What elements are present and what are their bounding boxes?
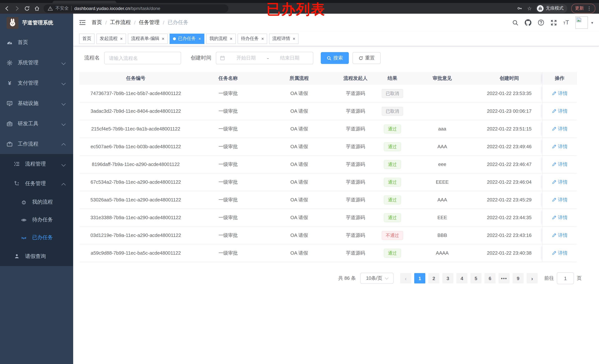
- sidebar-item-leave-query[interactable]: 请假查询: [0, 247, 73, 266]
- address-bar[interactable]: 不安全 dashboard.yudao.iocoder.cn/bpm/task/…: [44, 4, 228, 12]
- next-page-button[interactable]: ›: [527, 273, 538, 284]
- breadcrumb-home[interactable]: 首页: [92, 19, 102, 26]
- sidebar-item-home[interactable]: 首页: [0, 32, 73, 53]
- sidebar-item-system[interactable]: 系统管理: [0, 53, 73, 73]
- tab-todo-tasks[interactable]: 待办任务×: [238, 34, 267, 44]
- font-size-icon[interactable]: тT: [563, 19, 569, 26]
- tab-label: 已办任务: [178, 36, 196, 42]
- search-button[interactable]: 搜索: [321, 52, 349, 64]
- tab-start-process[interactable]: 发起流程×: [97, 34, 126, 44]
- page-button[interactable]: 1: [414, 273, 425, 284]
- close-icon[interactable]: ×: [293, 36, 295, 41]
- detail-link[interactable]: 详情: [552, 125, 568, 132]
- security-warning-icon[interactable]: [48, 6, 53, 11]
- created-cell: 2022-01-22 23:45:29: [476, 197, 542, 203]
- page-button[interactable]: 3: [442, 273, 453, 284]
- back-icon[interactable]: [4, 5, 10, 12]
- detail-link[interactable]: 详情: [552, 232, 568, 239]
- tab-form-edit[interactable]: 流程表单-编辑×: [128, 34, 168, 44]
- close-icon[interactable]: ×: [230, 36, 232, 41]
- process-cell: OA 请假: [264, 179, 334, 185]
- sidebar-item-done-tasks[interactable]: 已办任务: [0, 229, 73, 247]
- update-button[interactable]: 更新 ⋮: [571, 3, 595, 13]
- detail-link-label: 详情: [558, 125, 568, 132]
- detail-link[interactable]: 详情: [552, 250, 568, 256]
- detail-link[interactable]: 详情: [552, 179, 568, 185]
- tab-home[interactable]: 首页: [79, 34, 95, 44]
- tab-done-tasks[interactable]: 已办任务×: [170, 34, 204, 44]
- detail-link[interactable]: 详情: [552, 90, 568, 97]
- sidebar-item-label: 研发工具: [18, 120, 38, 127]
- comment-cell: eee: [408, 161, 476, 167]
- browser-menu-icon[interactable]: ⋮: [587, 6, 592, 11]
- detail-link-label: 详情: [558, 196, 568, 203]
- page-button[interactable]: 4: [456, 273, 467, 284]
- detail-link[interactable]: 详情: [552, 161, 568, 168]
- sidebar-item-devtools[interactable]: 研发工具: [0, 114, 73, 134]
- breadcrumb-task-mgmt[interactable]: 任务管理: [139, 19, 160, 26]
- sidebar-item-label: 工作流程: [18, 141, 38, 147]
- forward-icon[interactable]: [14, 5, 20, 12]
- home-icon[interactable]: [34, 5, 40, 12]
- sidebar-collapse-icon[interactable]: [79, 20, 86, 26]
- detail-link[interactable]: 详情: [552, 214, 568, 221]
- table-header-row: 任务编号 任务名称 所属流程 流程发起人 结果 审批意见 创建时间 操作: [79, 72, 577, 85]
- page-size-select[interactable]: 10条/页: [360, 273, 394, 284]
- fullscreen-icon[interactable]: [551, 19, 557, 26]
- close-icon[interactable]: ×: [261, 36, 264, 41]
- page-button[interactable]: 5: [470, 273, 482, 284]
- process-name-input[interactable]: [104, 52, 181, 64]
- face-icon: [21, 199, 27, 205]
- close-icon[interactable]: ×: [120, 36, 123, 41]
- page-button[interactable]: •••: [499, 273, 510, 284]
- search-icon[interactable]: [512, 19, 519, 26]
- action-cell: 详情: [542, 244, 577, 262]
- key-icon[interactable]: [516, 5, 523, 12]
- tab-my-process[interactable]: 我的流程×: [206, 34, 236, 44]
- url-text[interactable]: dashboard.yudao.iocoder.cn/bpm/task/done: [74, 6, 160, 11]
- browser-tab[interactable]: [53, 1, 116, 3]
- close-icon[interactable]: ×: [162, 36, 164, 41]
- start-date-placeholder[interactable]: 开始日期: [227, 55, 266, 61]
- chevron-down-icon: [62, 101, 66, 106]
- sidebar-item-payment[interactable]: ¥ 支付管理: [0, 73, 73, 93]
- action-cell: 详情: [542, 156, 577, 173]
- sidebar-item-workflow[interactable]: 工作流程: [0, 134, 73, 154]
- app-logo[interactable]: 芋道管理系统: [0, 14, 73, 32]
- detail-link-label: 详情: [558, 161, 568, 168]
- avatar[interactable]: [575, 16, 588, 29]
- prev-page-button[interactable]: ‹: [400, 273, 411, 284]
- detail-link[interactable]: 详情: [552, 196, 568, 203]
- close-icon[interactable]: ×: [198, 36, 201, 41]
- goto-page-input[interactable]: [557, 272, 574, 284]
- sidebar-item-process-mgmt[interactable]: 流程管理: [0, 154, 73, 174]
- detail-link[interactable]: 详情: [552, 108, 568, 114]
- column-header-starter: 流程发起人: [334, 75, 377, 82]
- reload-icon[interactable]: [24, 5, 30, 12]
- sidebar-item-label: 已办任务: [32, 234, 53, 241]
- tab-process-detail[interactable]: 流程详情×: [269, 34, 299, 44]
- security-label[interactable]: 不安全: [55, 5, 69, 11]
- help-icon[interactable]: [538, 19, 544, 26]
- page-size-value: 10条/页: [366, 275, 382, 282]
- sidebar-item-task-mgmt[interactable]: 任务管理: [0, 174, 73, 193]
- bookmark-star-icon[interactable]: ☆: [527, 6, 532, 11]
- sidebar-item-todo-tasks[interactable]: 待办任务: [0, 211, 73, 229]
- end-date-placeholder[interactable]: 结束日期: [270, 55, 309, 61]
- date-range-picker[interactable]: 开始日期 - 结束日期: [216, 52, 313, 64]
- reset-button[interactable]: 重置: [352, 52, 381, 64]
- detail-link[interactable]: 详情: [552, 143, 568, 150]
- page-button[interactable]: 6: [484, 273, 495, 284]
- task-name-cell: 一级审批: [192, 232, 264, 239]
- page-button[interactable]: 2: [428, 273, 439, 284]
- breadcrumb-workflow[interactable]: 工作流程: [110, 19, 131, 26]
- github-icon[interactable]: [525, 19, 531, 26]
- avatar-caret-icon[interactable]: ▾: [591, 20, 593, 25]
- sidebar-item-label: 请假查询: [25, 253, 46, 260]
- process-cell: OA 请假: [264, 143, 334, 150]
- sidebar-item-infra[interactable]: 基础设施: [0, 93, 73, 114]
- page-button[interactable]: 9: [512, 273, 524, 284]
- sidebar-item-my-process[interactable]: 我的流程: [0, 193, 73, 211]
- task-id-cell: 53026aa5-7b9a-11ec-a290-acde48001122: [79, 197, 192, 203]
- date-separator: -: [267, 55, 269, 61]
